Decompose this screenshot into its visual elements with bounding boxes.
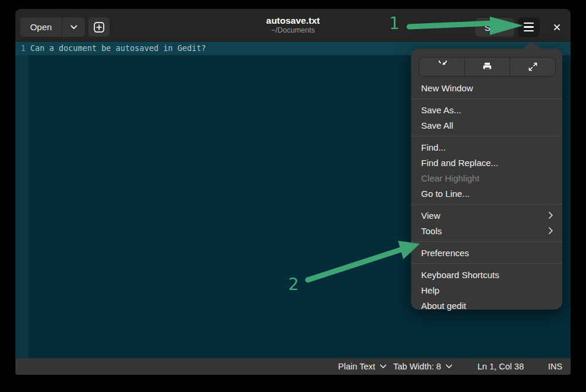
screenshot-stage: Open autosave.txt ~/Documents Save bbox=[0, 0, 586, 392]
menu-item-go-to-line[interactable]: Go to Line... bbox=[411, 186, 562, 201]
reload-icon bbox=[435, 60, 448, 73]
menu-list: New Window Save As... Save All Find... F… bbox=[411, 77, 562, 318]
reload-button[interactable] bbox=[419, 58, 464, 76]
menu-item-help[interactable]: Help bbox=[411, 282, 562, 298]
fullscreen-button[interactable] bbox=[510, 58, 555, 76]
chevron-down-icon bbox=[70, 24, 78, 30]
window-title: autosave.txt bbox=[266, 15, 320, 26]
chevron-down-icon bbox=[445, 364, 453, 369]
chevron-right-icon bbox=[548, 211, 553, 219]
open-split-button: Open bbox=[20, 17, 85, 37]
menu-separator bbox=[411, 204, 562, 205]
open-dropdown-button[interactable] bbox=[62, 17, 85, 37]
menu-item-tools[interactable]: Tools bbox=[411, 223, 562, 238]
tab-width-selector[interactable]: Tab Width: 8 bbox=[393, 358, 453, 375]
hamburger-icon bbox=[524, 23, 534, 31]
popover-beak bbox=[522, 42, 542, 49]
menu-item-view[interactable]: View bbox=[411, 208, 562, 223]
window-subtitle: ~/Documents bbox=[271, 26, 315, 35]
status-bar: Plain Text Tab Width: 8 Ln 1, Col 38 INS bbox=[15, 358, 571, 375]
menu-item-about-gedit[interactable]: About gedit bbox=[411, 298, 562, 313]
line-text: Can a document be autosaved in Gedit? bbox=[30, 44, 206, 53]
new-document-icon bbox=[93, 21, 105, 33]
menu-item-preferences[interactable]: Preferences bbox=[411, 245, 562, 260]
menu-item-new-window[interactable]: New Window bbox=[411, 80, 562, 95]
menu-separator bbox=[411, 136, 562, 136]
cursor-position: Ln 1, Col 38 bbox=[477, 358, 524, 375]
menu-separator bbox=[411, 98, 562, 99]
menu-item-clear-highlight: Clear Highlight bbox=[411, 170, 562, 186]
menu-button[interactable] bbox=[518, 17, 540, 37]
menu-item-save-as[interactable]: Save As... bbox=[411, 102, 562, 117]
popover-icon-row bbox=[419, 57, 556, 77]
new-tab-button[interactable] bbox=[88, 17, 110, 37]
menu-separator bbox=[411, 263, 562, 264]
close-button[interactable] bbox=[547, 17, 567, 37]
menu-separator bbox=[411, 241, 562, 242]
menu-item-save-all[interactable]: Save All bbox=[411, 117, 562, 133]
menu-item-label: Tools bbox=[421, 226, 442, 236]
menu-item-keyboard-shortcuts[interactable]: Keyboard Shortcuts bbox=[411, 267, 562, 282]
close-icon bbox=[552, 23, 562, 32]
language-selector[interactable]: Plain Text bbox=[338, 358, 387, 375]
line-number: 1 bbox=[15, 44, 26, 53]
print-icon bbox=[481, 60, 493, 73]
open-button[interactable]: Open bbox=[20, 17, 62, 37]
tab-width-label: Tab Width: 8 bbox=[393, 362, 441, 371]
fullscreen-icon bbox=[527, 60, 539, 73]
chevron-down-icon bbox=[380, 364, 387, 369]
main-menu-popover: New Window Save As... Save All Find... F… bbox=[411, 49, 562, 310]
chevron-right-icon bbox=[548, 227, 553, 235]
print-button[interactable] bbox=[465, 58, 510, 76]
language-label: Plain Text bbox=[338, 362, 375, 371]
menu-item-find-and-replace[interactable]: Find and Replace... bbox=[411, 155, 562, 170]
line-number-gutter bbox=[15, 42, 28, 358]
menu-item-find[interactable]: Find... bbox=[411, 139, 562, 155]
save-button[interactable]: Save bbox=[475, 18, 514, 37]
menu-item-label: View bbox=[421, 211, 440, 221]
input-mode-indicator: INS bbox=[548, 358, 562, 375]
header-bar: Open autosave.txt ~/Documents Save bbox=[15, 9, 571, 42]
